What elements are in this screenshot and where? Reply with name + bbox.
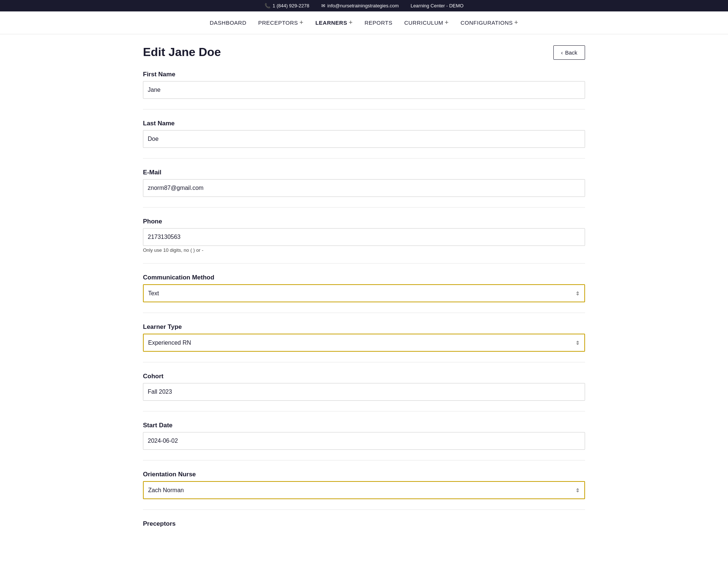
divider-2 — [143, 158, 585, 159]
back-button[interactable]: ‹ Back — [553, 45, 585, 60]
nav-dashboard[interactable]: DASHBOARD — [205, 17, 251, 28]
first-name-group: First Name — [143, 71, 585, 99]
phone-icon: 📞 — [265, 3, 270, 8]
nav-preceptors-plus-icon: + — [300, 19, 304, 27]
nav-learners-plus-icon: + — [349, 19, 353, 27]
learner-type-label: Learner Type — [143, 323, 585, 331]
orientation-nurse-group: Orientation Nurse Zach Norman Jane Smith… — [143, 471, 585, 499]
divider-4 — [143, 263, 585, 264]
email-icon: ✉ — [321, 3, 325, 8]
cohort-label: Cohort — [143, 373, 585, 380]
email-input[interactable] — [143, 179, 585, 197]
divider-8 — [143, 460, 585, 460]
last-name-label: Last Name — [143, 120, 585, 127]
preceptors-label: Preceptors — [143, 520, 585, 528]
divider-7 — [143, 411, 585, 411]
first-name-input[interactable] — [143, 81, 585, 99]
nav-curriculum[interactable]: CURRICULUM + — [400, 17, 453, 29]
nav-reports[interactable]: REPORTS — [360, 17, 397, 28]
nav-curriculum-label: CURRICULUM — [404, 20, 443, 26]
page-header: Edit Jane Doe ‹ Back — [143, 45, 585, 60]
comm-method-label: Communication Method — [143, 274, 585, 281]
nav-learners-label: LEARNERS — [315, 20, 347, 26]
top-bar: 📞 1 (844) 929-2278 ✉ info@nursetrainings… — [0, 0, 728, 11]
comm-method-group: Communication Method Text Email Phone — [143, 274, 585, 302]
nav-dashboard-label: DASHBOARD — [210, 20, 246, 26]
learner-type-select[interactable]: Experienced RN New Graduate RN LPN CNA — [143, 334, 585, 352]
divider-5 — [143, 313, 585, 313]
nav-curriculum-plus-icon: + — [445, 19, 449, 27]
orientation-nurse-select[interactable]: Zach Norman Jane Smith Bob Jones — [143, 481, 585, 499]
nav-preceptors[interactable]: PRECEPTORS + — [254, 17, 308, 29]
divider-9 — [143, 509, 585, 510]
preceptors-group: Preceptors — [143, 520, 585, 528]
back-chevron-icon: ‹ — [561, 49, 563, 56]
phone-number: 1 (844) 929-2278 — [273, 3, 309, 8]
learner-type-group: Learner Type Experienced RN New Graduate… — [143, 323, 585, 352]
cohort-group: Cohort — [143, 373, 585, 401]
back-button-label: Back — [565, 49, 577, 56]
nav-learners[interactable]: LEARNERS + — [311, 17, 357, 29]
nav-reports-label: REPORTS — [364, 20, 392, 26]
nav-configurations[interactable]: CONFIGURATIONS + — [456, 17, 523, 29]
email-address: info@nursetrainingstrategies.com — [328, 3, 399, 8]
page-content: Edit Jane Doe ‹ Back First Name Last Nam… — [136, 34, 592, 560]
phone-label: Phone — [143, 218, 585, 225]
start-date-input[interactable] — [143, 432, 585, 450]
orientation-nurse-label: Orientation Nurse — [143, 471, 585, 478]
divider-3 — [143, 207, 585, 208]
last-name-group: Last Name — [143, 120, 585, 148]
phone-input[interactable] — [143, 228, 585, 246]
main-nav: DASHBOARD PRECEPTORS + LEARNERS + REPORT… — [0, 11, 728, 34]
page-title: Edit Jane Doe — [143, 45, 221, 59]
last-name-input[interactable] — [143, 130, 585, 148]
orientation-nurse-select-wrapper: Zach Norman Jane Smith Bob Jones — [143, 481, 585, 499]
email-label: E-Mail — [143, 169, 585, 176]
cohort-input[interactable] — [143, 383, 585, 401]
nav-configurations-plus-icon: + — [514, 19, 518, 27]
phone-group: Phone Only use 10 digits, no ( ) or - — [143, 218, 585, 253]
site-name: Learning Center - DEMO — [410, 3, 463, 8]
learner-type-select-wrapper: Experienced RN New Graduate RN LPN CNA — [143, 334, 585, 352]
first-name-label: First Name — [143, 71, 585, 78]
divider-6 — [143, 362, 585, 362]
start-date-label: Start Date — [143, 422, 585, 429]
start-date-group: Start Date — [143, 422, 585, 450]
nav-preceptors-label: PRECEPTORS — [258, 20, 298, 26]
comm-method-select-wrapper: Text Email Phone — [143, 284, 585, 302]
phone-item: 📞 1 (844) 929-2278 — [265, 3, 309, 8]
site-item: Learning Center - DEMO — [410, 3, 463, 8]
email-item: ✉ info@nursetrainingstrategies.com — [321, 3, 399, 8]
divider-1 — [143, 109, 585, 109]
nav-configurations-label: CONFIGURATIONS — [461, 20, 513, 26]
phone-hint: Only use 10 digits, no ( ) or - — [143, 247, 585, 253]
email-group: E-Mail — [143, 169, 585, 197]
comm-method-select[interactable]: Text Email Phone — [143, 284, 585, 302]
